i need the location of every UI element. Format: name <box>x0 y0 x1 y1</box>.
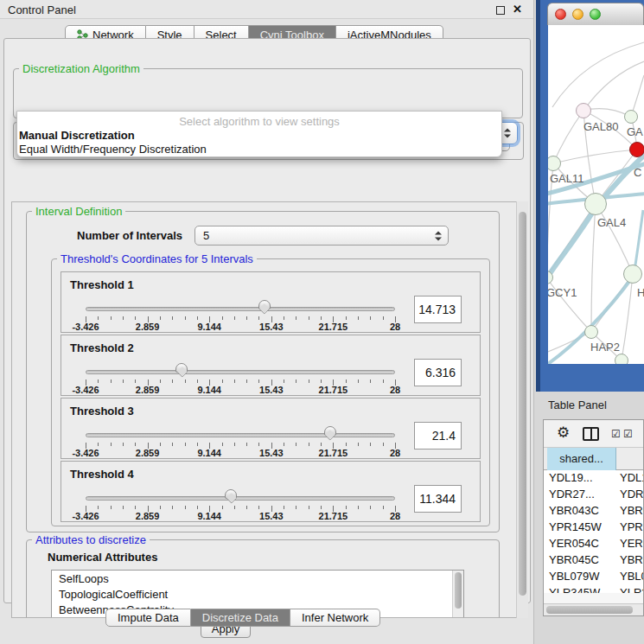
popup-option-manual-discretization[interactable]: Manual Discretization <box>19 129 488 142</box>
table-row[interactable]: YDR27...YDR2 <box>544 487 643 503</box>
threshold-value-field[interactable]: 11.344 <box>414 485 462 513</box>
slider-tick-label: 21.715 <box>313 385 353 395</box>
slider-tick-label: -3.426 <box>66 448 105 458</box>
network-node[interactable] <box>615 354 628 364</box>
table-row[interactable]: YER054CYER0 <box>544 536 643 552</box>
column-header-shared[interactable]: shared... <box>547 448 616 470</box>
slider-tick <box>160 506 161 509</box>
threshold-slider-thumb[interactable] <box>225 489 237 499</box>
settings-vertical-scrollbar[interactable] <box>516 201 528 618</box>
threshold-panel: Threshold 2-3.4262.8599.14415.4321.71528… <box>61 335 481 396</box>
gear-icon[interactable]: ⚙ <box>557 424 570 442</box>
slider-tick <box>135 379 136 383</box>
threshold-label: Threshold 2 <box>70 341 134 354</box>
table-rows: YDL19...YDL1YDR27...YDR2YBR043CYBR0YPR14… <box>544 470 643 593</box>
table-row[interactable]: YBR045CYBR0 <box>544 552 643 569</box>
threshold-panel: Threshold 3-3.4262.8599.14415.4321.71528… <box>61 398 481 459</box>
slider-tick <box>258 506 259 509</box>
slider-tick <box>246 379 247 383</box>
slider-tick-label: 9.144 <box>189 322 229 332</box>
table-cell: YPR145W <box>549 520 602 533</box>
slider-tick <box>296 379 296 383</box>
slider-tick <box>358 443 359 446</box>
scrollbar-thumb[interactable] <box>546 606 633 614</box>
scrollbar-thumb[interactable] <box>455 572 462 609</box>
split-columns-icon[interactable] <box>583 427 599 441</box>
attributes-group: Attributes to discretize Numerical Attri… <box>26 539 500 618</box>
threshold-slider-thumb[interactable] <box>324 426 336 436</box>
network-node[interactable] <box>584 193 607 215</box>
close-icon[interactable]: ✕ <box>513 3 522 16</box>
threshold-value-field[interactable]: 14.713 <box>414 296 462 323</box>
threshold-slider-track[interactable] <box>86 433 395 437</box>
float-panel-icon[interactable] <box>496 6 505 15</box>
table-row[interactable]: YBL079WYBL0 <box>544 569 643 585</box>
threshold-slider-thumb[interactable] <box>175 363 188 373</box>
network-node[interactable] <box>576 103 591 118</box>
combo-arrows-icon <box>435 231 442 240</box>
threshold-slider-track[interactable] <box>86 370 395 374</box>
slider-tick <box>160 316 161 320</box>
attributes-scrollbar[interactable] <box>452 571 463 618</box>
tab-impute-data[interactable]: Impute Data <box>105 609 191 627</box>
number-of-intervals-combo[interactable]: 5 <box>194 226 449 245</box>
threshold-label: Threshold 1 <box>70 278 134 291</box>
threshold-value-field[interactable]: 6.316 <box>414 359 462 386</box>
slider-tick <box>296 316 296 320</box>
network-node[interactable] <box>624 110 638 124</box>
slider-tick-label: 21.715 <box>313 511 353 521</box>
threshold-slider-track[interactable] <box>86 307 395 311</box>
threshold-panel: Threshold 4-3.4262.8599.14415.4321.71528… <box>61 461 481 522</box>
popup-option-equal-width-frequency[interactable]: Equal Width/Frequency Discretization <box>19 143 488 156</box>
table-cell: YBR045C <box>549 553 599 566</box>
slider-tick <box>296 506 296 509</box>
table-cell: YBR0 <box>620 553 643 566</box>
close-traffic-light-icon[interactable] <box>555 9 566 20</box>
slider-tick <box>309 506 309 509</box>
threshold-slider-thumb[interactable] <box>258 300 271 309</box>
table-row[interactable]: YDL19...YDL1 <box>544 470 643 487</box>
table-cell: YLR345W <box>549 586 600 593</box>
attribute-list-item[interactable]: TopologicalCoefficient <box>52 586 463 602</box>
threshold-slider-track[interactable] <box>86 496 395 501</box>
column-header-name[interactable]: na <box>616 448 644 470</box>
threshold-value-field[interactable]: 21.4 <box>414 422 462 450</box>
zoom-traffic-light-icon[interactable] <box>590 9 601 20</box>
slider-tick <box>98 316 99 320</box>
cyni-bottom-tabs: Impute DataDiscretize DataInfer Network <box>105 609 380 627</box>
checkbox-icon[interactable]: ☑ <box>623 428 633 440</box>
table-row[interactable]: YBR043CYBR0 <box>544 503 643 520</box>
network-canvas[interactable]: GAL80GACGAL11GAL4GCY1HHAP2 <box>548 25 644 364</box>
slider-tick <box>370 506 371 509</box>
slider-tick <box>383 443 384 446</box>
network-window-titlebar[interactable] <box>547 3 644 25</box>
table-horizontal-scrollbar[interactable] <box>544 603 643 615</box>
tab-discretize-data[interactable]: Discretize Data <box>191 609 290 627</box>
tab-infer-network[interactable]: Infer Network <box>290 609 380 627</box>
interval-definition-group: Interval Definition Number of Intervals … <box>26 211 500 532</box>
slider-tick <box>309 379 309 383</box>
screen: Control Panel ✕ NetworkStyleSelectCyni T… <box>0 0 644 644</box>
network-node[interactable] <box>623 265 642 284</box>
slider-tick <box>358 506 359 509</box>
slider-tick <box>346 379 347 383</box>
checkbox-icon[interactable]: ☑ <box>611 428 621 440</box>
slider-tick <box>234 379 235 383</box>
threshold-label: Threshold 3 <box>70 405 134 418</box>
slider-tick-label: 15.43 <box>252 448 291 458</box>
table-cell: YBL079W <box>549 570 600 583</box>
table-header-row: shared... na <box>544 448 643 470</box>
slider-tick <box>258 379 259 383</box>
minimize-traffic-light-icon[interactable] <box>572 9 583 20</box>
slider-tick <box>197 506 198 509</box>
slider-tick <box>370 379 371 383</box>
table-row[interactable]: YLR345WYLR3 <box>544 585 643 593</box>
scrollbar-thumb[interactable] <box>519 212 526 596</box>
table-row[interactable]: YPR145WYPR1 <box>544 520 643 536</box>
slider-tick <box>258 443 259 446</box>
slider-tick <box>172 379 173 383</box>
network-node[interactable] <box>629 142 644 157</box>
network-node[interactable] <box>584 325 598 339</box>
slider-tick <box>111 316 112 320</box>
attribute-list-item[interactable]: SelfLoops <box>52 571 463 586</box>
